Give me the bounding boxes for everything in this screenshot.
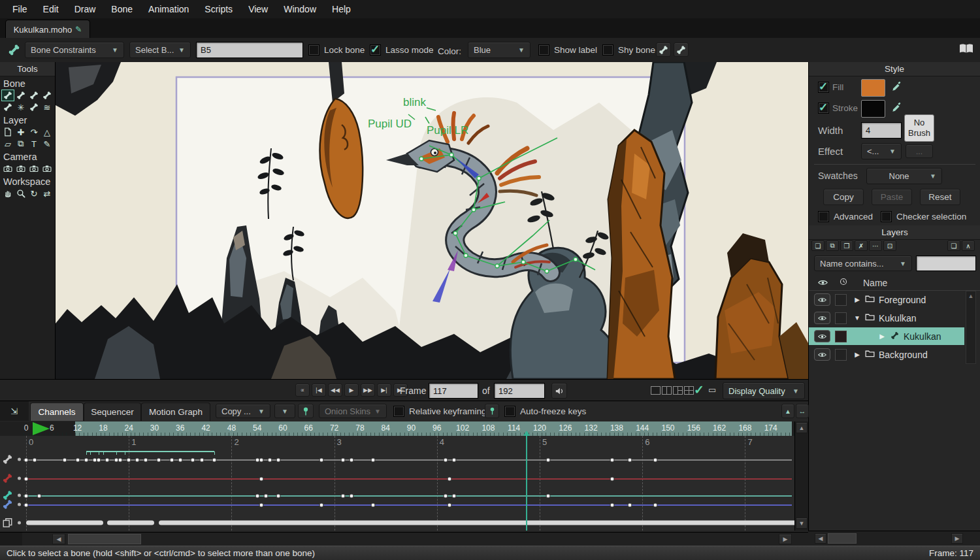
more-options-button[interactable]: ⋯ [869,240,882,251]
effect-more-button[interactable]: ... [906,144,933,158]
three-views-button[interactable] [673,386,683,395]
curvature-tool-tool[interactable]: ↷ [27,126,41,138]
keyframe[interactable] [62,458,67,463]
keyframe[interactable] [452,494,457,499]
current-frame-marker[interactable] [523,431,530,436]
edit-title-icon[interactable]: ✎ [75,25,82,34]
bone-dynamics-tool[interactable] [27,101,41,113]
scrollbar-thumb[interactable] [828,533,857,544]
keyframe[interactable] [24,503,29,508]
effect-dropdown[interactable]: <...▼ [861,143,902,159]
enable-drawing-check-icon[interactable]: ✓ [694,382,704,397]
bone-transform-channel-keyframe-indicator[interactable] [18,458,21,461]
bone-wind-tool[interactable]: ≋ [41,101,54,113]
stroke-checkbox[interactable] [818,103,829,114]
scroll-left-button[interactable]: ◀ [52,534,65,544]
scroll-up-icon[interactable]: ▲ [966,293,975,299]
shear-layer-tool-tool[interactable]: ▱ [1,138,14,150]
keyframe[interactable] [255,494,259,499]
reset-style-button[interactable]: Reset [920,189,960,205]
keyframe[interactable] [349,494,353,499]
zoom-camera-tool[interactable] [14,163,27,174]
fill-color-swatch[interactable] [861,79,885,97]
add-point-tool-tool[interactable]: ✚ [14,126,27,138]
current-frame-input[interactable]: 117 [429,383,478,399]
pan-tilt-camera-tool[interactable] [41,163,54,174]
checker-selection-checkbox[interactable]: Checker selection [881,211,966,222]
layers-scrollbar[interactable]: ▲ [966,291,976,364]
swatches-dropdown[interactable]: None▼ [866,168,942,184]
copy-keyframes-dropdown[interactable]: Copy ...▼ [216,404,270,418]
relative-keyframing-checkbox[interactable]: Relative keyframing [393,406,487,417]
bone-red-channel-keyframe-indicator[interactable] [18,477,21,480]
fit-timeline-button[interactable]: ↔ [796,404,809,418]
display-quality-dropdown[interactable]: Display Quality▼ [723,382,805,399]
canvas-workspace[interactable]: blink Pupil UD Pupil LR [56,62,808,379]
layer-filter-dropdown[interactable]: Name contains...▼ [814,255,912,271]
mute-audio-button[interactable] [551,383,567,399]
bone-length-button[interactable] [674,42,689,57]
fill-checkbox[interactable] [818,82,829,93]
menu-view[interactable]: View [241,1,275,17]
keyframe[interactable] [627,503,632,508]
keyframe[interactable] [448,477,452,482]
checkbox[interactable] [538,44,549,56]
tab-sequencer[interactable]: Sequencer [84,403,141,421]
bone-name-input[interactable]: B5 [196,42,303,58]
keyframe[interactable] [199,458,204,463]
previous-keyframe-button[interactable]: ◀◀ [328,384,342,397]
keyframe[interactable] [443,494,448,499]
layer-row-foreground[interactable]: ▶Foreground [809,291,964,308]
bone-red-channel-icon[interactable] [2,473,16,484]
scroll-up-button[interactable]: ▲ [796,422,808,433]
four-views-button[interactable] [684,386,694,395]
keyframe[interactable] [259,458,264,463]
new-layer-button[interactable]: ❏ [811,240,825,251]
no-brush-button[interactable]: No Brush [904,114,934,142]
scroll-right-button[interactable]: ▶ [779,534,792,544]
keyframe[interactable] [340,458,345,463]
keyframe[interactable] [105,458,110,463]
timeline-tracks[interactable]: 01234567 [0,436,794,531]
keyframe[interactable] [319,503,323,508]
expand-layer-icon[interactable]: ▶ [853,351,861,358]
animation-column-clock-icon[interactable] [840,278,847,288]
scroll-down-button[interactable]: ▼ [796,518,808,529]
crop-view-icon[interactable]: ▭ [708,385,716,395]
bone-transform-channel-icon[interactable] [2,454,16,465]
keyframe[interactable] [24,494,29,499]
layers-horizontal-scrollbar[interactable]: ◀ ▶ [808,531,980,546]
bone-color-dropdown[interactable]: Blue▼ [468,42,531,58]
fill-eyedropper-icon[interactable] [891,80,903,94]
checkbox[interactable] [602,44,613,56]
play-start-marker[interactable] [33,422,50,435]
new-layer-tool-tool[interactable] [1,126,14,138]
menu-scripts[interactable]: Scripts [197,1,240,17]
menu-window[interactable]: Window [276,1,323,17]
checkbox-checked[interactable] [370,44,381,56]
bone-blue-channel-icon[interactable] [2,499,16,510]
keyframe[interactable] [452,458,457,463]
loop-button[interactable]: ∝ [295,384,310,397]
lasso-mode-checkbox[interactable]: Lasso mode [370,44,434,56]
expand-timeline-icon[interactable]: ⇲ [0,401,29,421]
detach-panel-button[interactable]: ❏ [947,240,960,251]
keyframe[interactable] [259,503,264,508]
layer-visibility-eye-icon[interactable] [814,330,830,342]
keyframe[interactable] [610,503,615,508]
keyframe[interactable] [191,458,195,463]
layer-row-background[interactable]: ▶Background [809,346,964,363]
layer-color-swatch[interactable] [835,312,847,324]
keyframe[interactable] [546,494,551,499]
select-bone-tool[interactable] [1,90,14,101]
new-group-button[interactable]: ❐ [840,240,853,251]
show-label-checkbox[interactable]: Show label [538,44,597,56]
expand-layer-icon[interactable]: ▶ [878,333,886,340]
layer-visibility-channel-keyframe-indicator[interactable] [18,521,21,525]
select-bone-dropdown[interactable]: Select B...▼ [129,42,191,58]
menu-draw[interactable]: Draw [67,1,103,17]
keyframe[interactable] [212,458,217,463]
bone-label-blink[interactable]: blink [403,96,426,108]
layer-color-swatch[interactable] [835,349,847,361]
keyframe[interactable] [319,458,323,463]
